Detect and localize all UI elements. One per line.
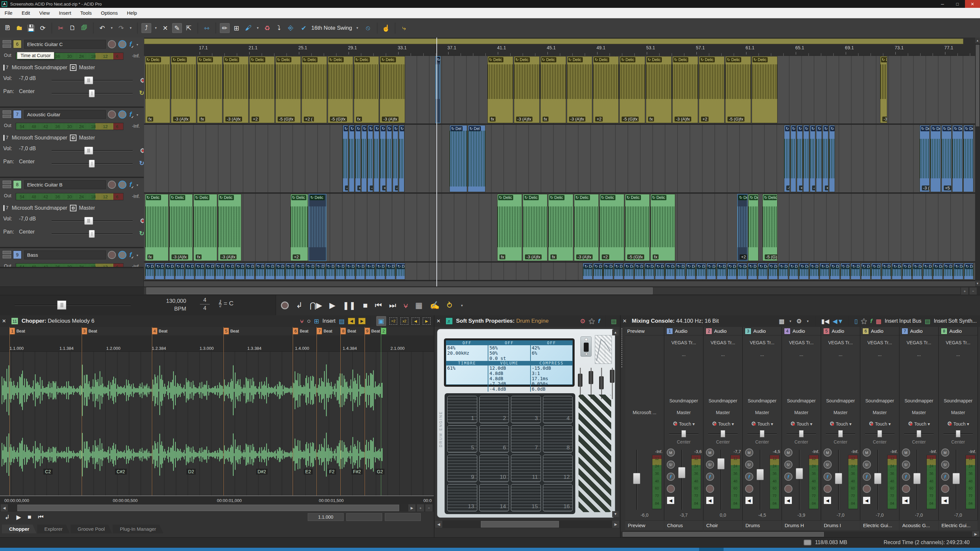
volume-slider-thumb[interactable] [84,76,93,84]
strip-automation-gear-icon[interactable]: ⚙ [790,420,795,427]
clip-fx-tag[interactable]: -3 (A)fx [172,254,188,259]
strip-record-icon[interactable] [902,485,910,493]
minimize-track-icon[interactable] [3,181,11,184]
wide-strips-icon[interactable]: ◀▼ [833,318,843,325]
strip-fader-thumb[interactable] [796,468,803,479]
strip-number-badge[interactable]: 3 [745,328,751,335]
cut-icon[interactable]: ✂ [56,23,66,33]
strip-number-badge[interactable]: 4 [784,328,791,335]
strip-device-name[interactable]: Soundmapper [821,398,860,403]
draw-tool-dropdown-icon[interactable]: ▾ [153,23,158,33]
strip-fx-icon[interactable]: f [863,473,871,481]
strip-fader-thumb[interactable] [953,473,960,484]
chopper-insert-label[interactable]: Insert [323,318,336,324]
strip-device-name[interactable]: Soundmapper [900,398,938,403]
fx-dropdown-icon[interactable]: ▾ [137,254,138,257]
beat-marker-8[interactable]: 8Beat [340,327,356,335]
strip-record-icon[interactable] [941,485,949,493]
synth-fader-4[interactable] [610,368,614,399]
chopper-move-left-icon[interactable]: ◀ [412,318,420,325]
strip-device-name[interactable]: Soundmapper [665,398,703,403]
audio-clip[interactable]: ↻ Deli [943,263,953,279]
minimize-track-icon[interactable] [3,110,11,114]
strip-solo-icon[interactable]: S! [706,460,714,469]
strip-mute-icon[interactable]: M [824,448,832,457]
copy-icon[interactable]: 🗋 [68,23,78,33]
audio-clip[interactable]: ↻ Del+5 [380,125,385,192]
strip-monitor-icon[interactable]: ◀ [942,497,949,504]
strip-mute-icon[interactable]: M [784,448,792,457]
mixer-strip-drums-i[interactable]: 5AudioVEGAS Tr......SoundmapperMaster⚙To… [821,327,861,520]
track-number-badge[interactable]: 7 [13,110,22,119]
envelope-tool-icon[interactable]: ✕ [161,23,170,33]
strip-automation-mode[interactable]: Touch [914,421,926,427]
strip-number-badge[interactable]: 2 [706,328,712,335]
draw-event-icon[interactable]: ✍ [430,301,440,310]
audio-clip[interactable]: ↻ Delicfx [197,56,223,123]
track-fx-icon[interactable]: f✓ [129,251,132,259]
chopper-zoom-out-icon[interactable]: − [425,504,433,511]
audio-clip[interactable]: ↻ Deli [336,263,345,279]
automation-settings-icon[interactable]: ⚙ [140,76,144,84]
strip-automation-row[interactable]: ⚙Touch▾ [782,420,821,427]
strip-solo-icon[interactable]: S! [824,460,832,469]
strip-monitor-icon[interactable]: ◀ [863,497,870,504]
audio-clip[interactable]: ↻ Deli [265,263,275,279]
clip-fx-tag[interactable]: -3 (A)fx [569,117,586,122]
strip-record-icon[interactable] [745,485,753,493]
marker-flag-icon[interactable]: 6 [293,327,298,335]
tempo-value[interactable]: 130,000 BPM [144,297,186,313]
track-fx-loop-icon[interactable]: ↻ [139,159,144,167]
audio-clip[interactable]: ↻ Deli [396,263,406,279]
audio-clip[interactable]: ↻ Delicfx [646,56,671,123]
pan-thumb[interactable] [838,430,843,437]
fader-knob[interactable] [610,370,614,383]
insert-assignable-fx-icon[interactable]: ⚝ [861,318,867,325]
mute-automation-icon[interactable] [118,110,126,119]
strip-pan-slider[interactable] [904,430,934,438]
strip-number-badge[interactable]: 8 [941,328,947,335]
synth-select-icon[interactable]: ⚝ [589,318,595,325]
audio-clip[interactable]: ↻ Deli [933,263,943,279]
clip-fx-tag[interactable]: +5 [382,186,385,191]
beat-marker-5[interactable]: 5Beat [223,327,239,335]
audio-clip[interactable]: ↻ Deli [727,263,737,279]
strip-monitor-icon[interactable]: ◀ [706,497,713,504]
synth-scroll-right-icon[interactable]: ▶ [612,521,619,528]
volume-slider-thumb[interactable] [84,217,93,225]
audio-clip[interactable]: ↻ Delic+2 [249,56,275,123]
mute-automation-icon[interactable] [118,251,126,259]
strip-more-button[interactable]: ... [743,352,781,357]
audio-clip[interactable]: ↻ Deli [686,263,696,279]
audio-clip[interactable]: ↻ Delic-5 (G)fx [275,56,301,123]
strip-automation-dropdown-icon[interactable]: ▾ [889,421,891,427]
clip-fx-tag[interactable]: +2 ( [304,117,314,122]
mixer-strip-preview[interactable]: PreviewMicrosoft ...12243648607284-Inf.-… [625,327,665,520]
track-fx-icon[interactable]: f✓ [129,181,132,189]
clip-fx-tag[interactable]: -5 ( [345,186,348,191]
audio-clip[interactable]: ↻ Del [361,125,367,192]
audio-clip[interactable]: ↻ Del+5 [942,125,952,192]
add-soft-synth-icon[interactable]: ▤ [611,318,617,325]
audio-clip[interactable]: ↻ Deli [593,263,603,279]
clip-fx-tag[interactable]: fx [490,117,496,122]
audio-clip[interactable]: ↻ Delic-5 (G)fx [619,56,645,123]
audio-clip[interactable]: ↻ Deli [758,263,768,279]
channel-list-icon[interactable]: ▦ [779,318,785,325]
audio-clip[interactable]: ↻ Deli [851,263,861,279]
synth-hscroll-thumb[interactable] [481,521,559,527]
beat-marker-9[interactable]: 9Beat [364,327,380,335]
clip-fx-tag[interactable]: -3 ( [882,117,887,122]
clip-fx-tag[interactable]: -3 (A)fx [525,254,542,259]
device-name[interactable]: Microsoft Soundmapper [12,205,67,211]
audio-clip[interactable]: ↻ Deli [912,263,922,279]
mixer-strip-electric-gui-[interactable]: 8AudioVEGAS Tr......SoundmapperMaster⚙To… [939,327,978,520]
clip-fx-tag[interactable]: fx [196,254,202,259]
strip-device-name[interactable]: Soundmapper [782,398,821,403]
bus-name[interactable]: Master [79,205,95,211]
mixer-hscroll-thumb[interactable] [623,532,824,537]
clip-fx-tag[interactable]: -5 ( [370,186,373,191]
audio-clip[interactable]: ↻ Delicfx [145,56,170,123]
strip-volume-value[interactable]: -7,0 [821,513,860,518]
maximize-track-icon[interactable] [3,255,11,258]
